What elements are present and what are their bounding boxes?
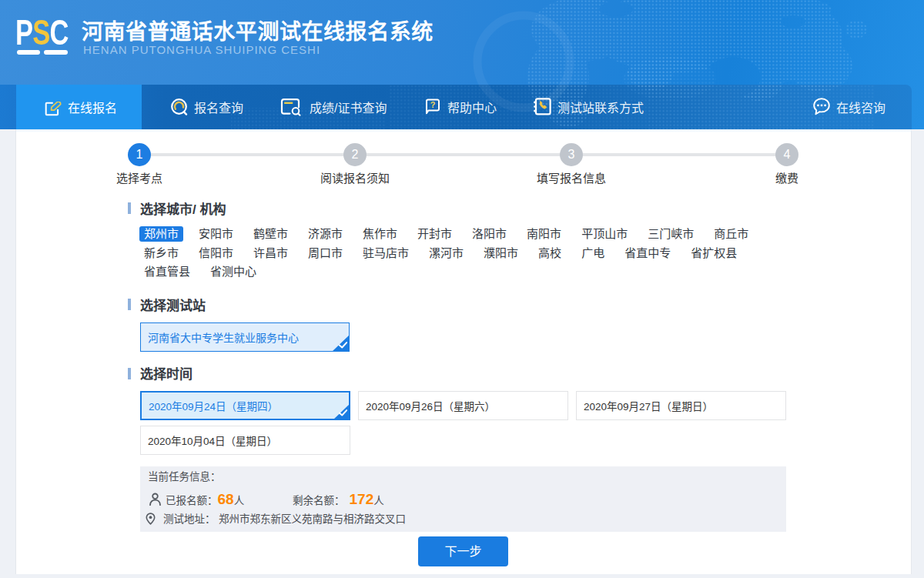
svg-text:?: ?: [430, 100, 436, 109]
